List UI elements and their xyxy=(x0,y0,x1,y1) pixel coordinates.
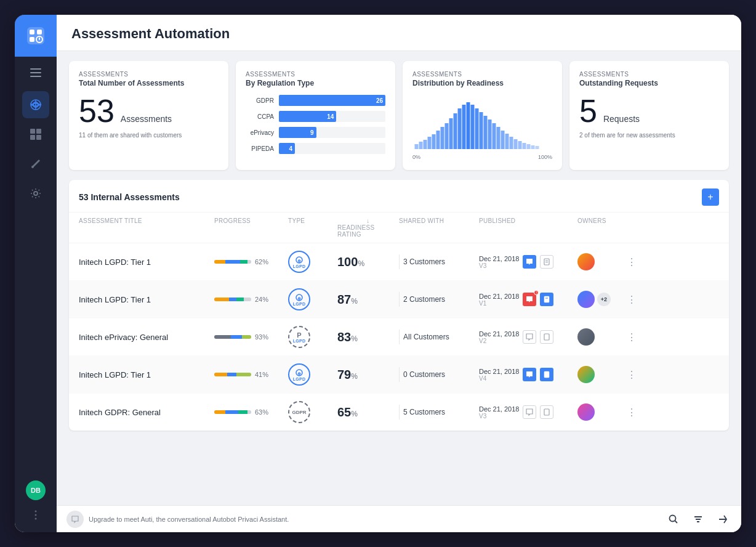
svg-rect-1 xyxy=(30,30,34,34)
chat-upgrade: Upgrade to meet Auti, the conversational… xyxy=(66,511,289,528)
row3-doc-icon[interactable] xyxy=(540,330,553,344)
svg-text:⊕: ⊕ xyxy=(297,259,301,263)
add-assessment-button[interactable]: + xyxy=(702,188,719,206)
row4-menu[interactable]: ⋮ xyxy=(627,369,688,381)
row3-menu[interactable]: ⋮ xyxy=(627,331,688,343)
sidebar-item-settings[interactable] xyxy=(22,180,49,207)
row5-published: Dec 21, 2018 V3 xyxy=(479,405,577,419)
row5-progress: 63% xyxy=(214,408,288,416)
row4-type-label: LGPD xyxy=(293,377,306,381)
row1-pct: 62% xyxy=(255,258,268,265)
more-dots-icon[interactable] xyxy=(26,505,46,525)
sidebar: DB xyxy=(15,15,57,532)
sidebar-item-tools[interactable] xyxy=(22,150,49,177)
col-type: Type xyxy=(288,217,337,238)
sidebar-item-grid[interactable] xyxy=(22,121,49,148)
col-actions xyxy=(627,217,688,238)
svg-text:⊕: ⊕ xyxy=(297,296,301,301)
svg-rect-40 xyxy=(493,123,496,149)
row3-chat-icon[interactable] xyxy=(523,330,536,344)
row1-type-label: LGPD xyxy=(293,264,306,269)
menu-icon[interactable] xyxy=(15,59,57,86)
bar-gdpr-value: 26 xyxy=(376,97,383,104)
row2-shared: 2 Customers xyxy=(399,292,479,307)
stat-card-total: Assessments Total Number of Assessments … xyxy=(69,61,228,170)
svg-rect-9 xyxy=(30,76,41,77)
card1-unit: Assessments xyxy=(121,114,172,124)
svg-rect-41 xyxy=(497,127,501,149)
row1-type: ⊕ LGPD xyxy=(288,251,337,273)
col-shared-with: Shared With xyxy=(399,217,479,238)
table-row: Initech GDPR: General 63% GDPR xyxy=(69,394,729,431)
row4-title: Initech LGPD: Tier 1 xyxy=(79,370,214,379)
row4-doc-icon[interactable] xyxy=(540,368,553,381)
row5-doc-icon[interactable] xyxy=(540,405,553,419)
sidebar-item-network[interactable] xyxy=(22,91,49,118)
row5-owners xyxy=(577,403,627,421)
row1-menu[interactable]: ⋮ xyxy=(627,256,688,268)
svg-rect-3 xyxy=(37,30,42,34)
row4-type: ⊕ LGPD xyxy=(288,363,337,386)
table-header: 53 Internal Assessments + xyxy=(69,180,729,213)
svg-point-20 xyxy=(35,514,37,516)
row1-doc-icon[interactable] xyxy=(540,255,553,269)
assessments-table: 53 Internal Assessments + Assessment Tit… xyxy=(69,180,729,431)
row1-owner-avatar xyxy=(577,253,595,270)
share-button[interactable] xyxy=(714,511,731,528)
row2-type: ⊕ LGPD xyxy=(288,288,337,310)
table-column-headers: Assessment Title Progress Type ↓ Readine… xyxy=(69,213,729,243)
table-row: Initech LGPD: Tier 1 24% ⊕ L xyxy=(69,281,729,318)
row2-doc-icon[interactable] xyxy=(540,293,553,306)
card3-title: Distribution by Readiness xyxy=(412,79,552,87)
user-avatar[interactable]: DB xyxy=(26,480,46,500)
svg-rect-25 xyxy=(428,137,432,149)
svg-rect-29 xyxy=(445,123,449,149)
row2-chat-icon[interactable]: ! xyxy=(523,293,536,306)
row2-menu[interactable]: ⋮ xyxy=(627,294,688,306)
row4-chat-icon[interactable] xyxy=(523,368,536,381)
bar-ccpa-fill: 14 xyxy=(279,111,336,122)
bar-gdpr-track: 26 xyxy=(279,95,385,106)
svg-rect-23 xyxy=(419,142,423,149)
card1-section-label: Assessments xyxy=(79,71,219,78)
row1-published: Dec 21, 2018 V3 xyxy=(479,255,577,269)
row3-published: Dec 21, 2018 V2 xyxy=(479,330,577,344)
card4-number: 5 xyxy=(579,95,597,127)
row2-readiness: 87% xyxy=(337,293,399,307)
col-progress: Progress xyxy=(214,217,288,238)
dist-axis-end: 100% xyxy=(538,154,552,160)
bar-gdpr-label: GDPR xyxy=(246,97,274,104)
row4-owners xyxy=(577,366,627,383)
bottom-bar: Upgrade to meet Auti, the conversational… xyxy=(57,505,741,532)
row3-type: P LGPD xyxy=(288,326,337,348)
svg-rect-60 xyxy=(544,334,549,340)
svg-rect-24 xyxy=(424,140,427,149)
table-row: Initech LGPD: Tier 1 41% ⊕ LGPD xyxy=(69,356,729,394)
row1-chat-icon[interactable] xyxy=(523,255,536,269)
svg-rect-16 xyxy=(36,135,41,140)
bar-eprivacy-fill: 9 xyxy=(279,127,316,138)
bar-pipeda-fill: 4 xyxy=(279,143,295,154)
svg-rect-15 xyxy=(30,135,35,140)
stat-cards: Assessments Total Number of Assessments … xyxy=(69,61,729,170)
bar-eprivacy-value: 9 xyxy=(310,129,314,136)
svg-point-19 xyxy=(35,511,37,513)
svg-point-18 xyxy=(34,192,38,195)
row3-pct: 93% xyxy=(255,333,268,341)
page-title: Assessment Automation xyxy=(71,26,726,42)
row2-type-label: LGPD xyxy=(293,302,306,306)
filter-button[interactable] xyxy=(690,511,707,528)
row2-pct: 24% xyxy=(255,296,268,303)
card4-title: Outstanding Requests xyxy=(579,79,719,87)
row5-chat-icon[interactable] xyxy=(523,405,536,419)
dist-axis-start: 0% xyxy=(412,154,420,160)
svg-rect-32 xyxy=(458,108,462,149)
bar-eprivacy: ePrivacy 9 xyxy=(246,127,385,138)
row5-menu[interactable]: ⋮ xyxy=(627,407,688,418)
sidebar-bottom: DB xyxy=(26,480,46,532)
card3-section-label: Assessments xyxy=(412,71,552,78)
bottom-actions xyxy=(665,511,731,528)
search-button[interactable] xyxy=(665,511,682,528)
chat-upgrade-text: Upgrade to meet Auti, the conversational… xyxy=(89,516,289,523)
row3-progress: 93% xyxy=(214,333,288,341)
